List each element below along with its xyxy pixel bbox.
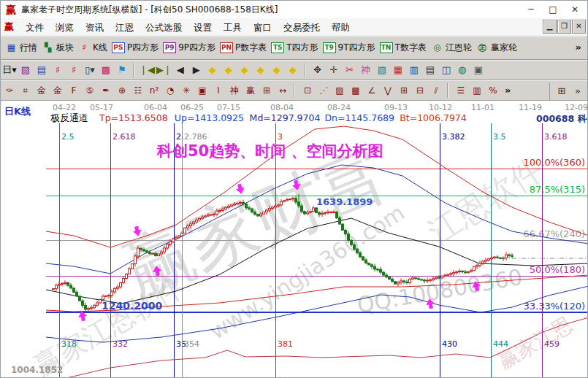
menu-item-0[interactable]: 文件 [20, 19, 50, 36]
gann-diamond-5-button[interactable]: ◆ [270, 63, 284, 77]
tool-P数字表[interactable]: PNP数字表 [220, 42, 267, 54]
menu-item-9[interactable]: 帮助 [326, 19, 356, 36]
mini-chart-9-button[interactable]: ♯ [66, 63, 81, 77]
draw-pen-2-button[interactable]: ✒ [99, 83, 113, 98]
calculator-button[interactable]: ▥ [407, 63, 421, 77]
overlay-pick-button[interactable]: ▯▾ [83, 63, 97, 77]
mdi-minimize-button[interactable]: ▁ [543, 20, 557, 34]
first-bar-button[interactable]: ❘◀ [140, 63, 155, 77]
ying-tool-button[interactable]: 赢 [243, 83, 258, 98]
cycle-tool-button[interactable]: ▧ [375, 63, 389, 77]
fibonacci-button[interactable]: F [66, 83, 81, 98]
period-kline-button[interactable]: 日▾ [2, 63, 17, 77]
rect-zone-button[interactable]: ⊡ [300, 83, 315, 98]
menu-item-3[interactable]: 江恩 [110, 19, 140, 36]
wheel-tool-button[interactable]: ✳ [179, 83, 194, 98]
mdi-close-button[interactable]: ✕ [572, 20, 586, 34]
menu-item-4[interactable]: 公式选股 [140, 19, 188, 36]
gann-diamond-2-button[interactable]: ◆ [221, 63, 236, 77]
menu-item-5[interactable]: 设置 [188, 19, 218, 36]
tool-T四方形[interactable]: TST四方形 [271, 42, 318, 54]
maximize-button[interactable]: □ [542, 1, 564, 18]
shen-tool-button[interactable]: 神 [227, 83, 242, 98]
gann-circle-button[interactable]: ⊕ [115, 83, 129, 98]
calendar-button[interactable]: ▦ [391, 63, 405, 77]
percent-tool-button[interactable]: % [486, 83, 500, 98]
gann-diamond-1-button[interactable]: ◆ [205, 63, 220, 77]
tool-label: 江恩轮 [446, 42, 472, 54]
scissors-button[interactable]: ✂ [343, 63, 357, 77]
menu-item-8[interactable]: 交易委托 [278, 19, 326, 36]
tool-P四方形[interactable]: PSP四方形 [112, 42, 159, 54]
grid-dense-button[interactable]: ⊞ [397, 83, 411, 98]
gann-diamond-6-button[interactable]: ◆ [286, 63, 300, 77]
prev-bar-button[interactable]: ◀ [173, 63, 188, 77]
network-button[interactable]: ◍ [455, 63, 470, 77]
corner-tool-1[interactable]: » [570, 84, 585, 99]
flag-tool-button[interactable]: ⚑ [115, 63, 129, 77]
shade-box-1-button[interactable]: ▨ [332, 83, 347, 98]
parallel-lines-button[interactable]: ⫽ [429, 83, 443, 98]
notebook-button[interactable]: ▤ [423, 63, 438, 77]
tool-label: K线 [93, 42, 107, 54]
restore-data-button[interactable]: ▧ [18, 63, 33, 77]
tool-赢家轮[interactable]: ㊣赢家轮 [476, 42, 517, 54]
last-bar-button[interactable]: ▶❘ [156, 63, 172, 77]
tool-icon-10: ㊣ [476, 42, 489, 54]
pattern-box-button[interactable]: ▩ [99, 63, 113, 77]
fan-lines-button[interactable]: ⋰ [316, 83, 331, 98]
tool-9T四方形[interactable]: T99T四方形 [323, 42, 375, 54]
magic-tool-button[interactable]: 神 [359, 63, 373, 77]
menu-item-7[interactable]: 窗口 [248, 19, 278, 36]
app-logo-icon: 赢 [5, 4, 17, 15]
gold-ratio-2-button[interactable]: 金 [50, 83, 65, 98]
menu-item-6[interactable]: 工具 [218, 19, 248, 36]
arc-tool-button[interactable]: ◔ [163, 83, 177, 98]
kline-chart[interactable]: 赢家财富www.yingjia360.comQQ:100800360赢家江恩软件… [1, 101, 588, 378]
draw-pen-button[interactable]: ✑ [2, 83, 17, 98]
box-tool-button[interactable]: ▣ [195, 83, 210, 98]
grid-123-button[interactable]: ⊞ [259, 83, 274, 98]
spiral-5-button[interactable]: ⑤ [83, 83, 97, 98]
draw-grid-button[interactable]: ⌗ [18, 83, 33, 98]
angle-line-button[interactable]: ∠ [364, 83, 379, 98]
pan-hand-button[interactable]: ✥ [310, 63, 325, 77]
date-tick: 08-04 [270, 103, 294, 112]
stats-panel-button[interactable]: ☰ [454, 83, 468, 98]
zigzag-button[interactable]: ⋁ [381, 83, 395, 98]
info-panel-button[interactable]: ▤ [34, 63, 49, 77]
percent-table-button[interactable]: ▥ [470, 83, 484, 98]
toolbar-main-overflow[interactable]: » [576, 42, 581, 53]
mini-chart-3-button[interactable]: ♯ [50, 63, 65, 77]
terminal-button[interactable]: ▣ [471, 63, 486, 77]
corner-tool-0[interactable]: ⊞ [554, 84, 569, 99]
vline-top-label: 3.382 [442, 132, 465, 142]
h-measure-button[interactable]: ↔ [275, 83, 290, 98]
gann-diamond-3-button[interactable]: ◆ [237, 63, 252, 77]
close-button[interactable]: ✕ [564, 1, 586, 18]
gann-hexagram-button[interactable]: ☷ [131, 83, 145, 98]
tool-江恩轮[interactable]: ◎江恩轮 [431, 42, 472, 54]
minimize-button[interactable]: ─ [520, 1, 542, 18]
square-n2-button[interactable]: n² [147, 83, 161, 98]
menu-item-2[interactable]: 资讯 [80, 19, 110, 36]
kline-chart-canvas[interactable]: 赢家财富www.yingjia360.comQQ:100800360赢家江恩软件… [1, 101, 588, 378]
next-bar-button[interactable]: ▶ [189, 63, 204, 77]
shade-box-2-button[interactable]: ▩ [348, 83, 363, 98]
tool-K线[interactable]: ♯K线 [78, 42, 107, 54]
tool-icon-8: TN [380, 42, 393, 53]
tool-T数字表[interactable]: TNT数字表 [380, 42, 427, 54]
mdi-restore-button[interactable]: ❐ [557, 20, 571, 34]
indicator-name: 极反通道 [50, 112, 88, 123]
save-button[interactable]: ◫ [439, 63, 454, 77]
tool-行情[interactable]: ▦行情 [5, 42, 37, 54]
bars-tool-button[interactable]: ⌇ [211, 83, 226, 98]
toolbar-draw-overflow[interactable]: » [505, 85, 511, 96]
gann-diamond-4-button[interactable]: ◆ [253, 63, 268, 77]
gold-ratio-1-button[interactable]: 金 [34, 83, 49, 98]
tool-9P四方形[interactable]: P99P四方形 [163, 42, 215, 54]
menu-item-1[interactable]: 浏览 [50, 19, 80, 36]
grid-wide-button[interactable]: ⊟ [413, 83, 427, 98]
tool-板块[interactable]: ▚板块 [42, 42, 74, 54]
crosshair-button[interactable]: ✛ [327, 63, 341, 77]
